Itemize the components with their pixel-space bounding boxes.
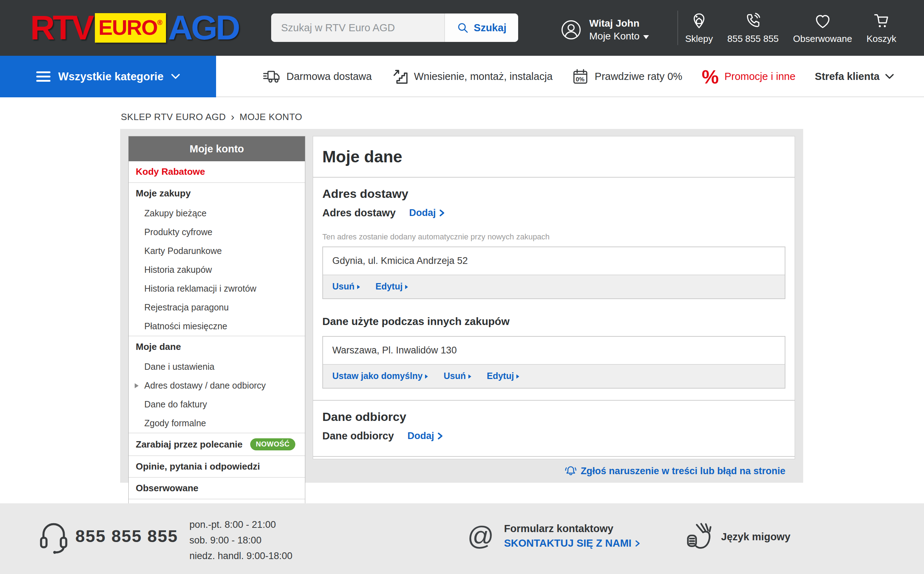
report-issue-link[interactable]: Zgłoś naruszenie w treści lub błąd na st… [564, 465, 785, 478]
arrow-right-icon [425, 374, 428, 378]
add-delivery-address-link[interactable]: Dodaj [409, 207, 445, 218]
chevron-down-icon [643, 35, 649, 39]
chevron-down-icon [171, 74, 180, 79]
sidebar-item-zakupy-biezace[interactable]: Zakupy bieżące [129, 204, 305, 223]
search-bar: Szukaj [271, 14, 518, 42]
all-categories-button[interactable]: Wszystkie kategorie [0, 56, 216, 97]
footer-phone-number[interactable]: 855 855 855 [75, 527, 178, 546]
sidebar-item-historia-zakupow[interactable]: Historia zakupów [129, 260, 305, 279]
footer-opening-hours: pon.-pt. 8:00 - 21:00 sob. 9:00 - 18:00 … [190, 517, 292, 564]
delivery-address-value: Gdynia, ul. Kmicica Andrzeja 52 [323, 247, 785, 274]
sidebar-item-dane-i-ustawienia[interactable]: Dane i ustawienia [129, 357, 305, 376]
chevron-right-icon [635, 540, 640, 547]
search-icon [456, 22, 469, 34]
headset-icon [37, 519, 70, 555]
sidebar-item-kody-rabatowe[interactable]: Kody Rabatowe [129, 161, 305, 182]
header-quick-links: Sklepy 855 855 855 Obserwowane [685, 0, 896, 56]
nav-items: Darmowa dostawa Wniesienie, montaż, inst… [262, 56, 894, 97]
sidebar-item-dane-do-faktury[interactable]: Dane do faktury [129, 395, 305, 414]
sidebar-title: Moje konto [129, 136, 305, 161]
rtv-euro-agd-logo[interactable]: RTV EURO® AGD [30, 8, 239, 47]
svg-text:0%: 0% [576, 76, 584, 83]
stores-link[interactable]: Sklepy [685, 12, 713, 44]
cart-label: Koszyk [866, 33, 896, 44]
hotline-link[interactable]: 855 855 855 [727, 12, 779, 44]
footer-contact: @ Formularz kontaktowy SKONTAKTUJ SIĘ Z … [468, 523, 640, 549]
nav-promotions-label: Promocje i inne [724, 71, 795, 82]
delete-address-link[interactable]: Usuń [332, 281, 360, 292]
add-recipient-link[interactable]: Dodaj [407, 430, 443, 442]
top-header: RTV EURO® AGD Szukaj Witaj John Moje [0, 0, 924, 56]
header-divider [678, 11, 678, 45]
footer-sign-language[interactable]: Język migowy [684, 522, 790, 552]
nav-customer-zone[interactable]: Strefa klienta [815, 71, 894, 82]
at-icon: @ [468, 523, 494, 549]
arrow-right-icon [357, 285, 360, 289]
breadcrumb-separator: › [231, 111, 235, 123]
arrow-right-icon [405, 285, 408, 289]
divider [313, 456, 794, 457]
sidebar-item-zarabiaj[interactable]: Zarabiaj przez polecanie NOWOŚĆ [129, 433, 305, 455]
phone-icon [744, 12, 762, 30]
search-button[interactable]: Szukaj [444, 14, 518, 42]
delivery-address-heading: Adres dostawy [322, 187, 785, 201]
bell-icon [564, 465, 577, 478]
sidebar-item-zgody-formalne[interactable]: Zgody formalne [129, 414, 305, 433]
main-nav: Wszystkie kategorie Darmowa dostawa [0, 56, 924, 97]
logo-agd: AGD [166, 8, 239, 47]
nav-installments[interactable]: 0% Prawdziwe raty 0% [572, 68, 682, 85]
sidebar-item-produkty-cyfrowe[interactable]: Produkty cyfrowe [129, 223, 305, 241]
all-categories-label: Wszystkie kategorie [58, 70, 163, 83]
watched-label: Obserwowane [793, 33, 852, 44]
set-default-link[interactable]: Ustaw jako domyślny [332, 371, 428, 381]
sign-language-icon [684, 522, 712, 552]
nav-carry-install-label: Wniesienie, montaż, instalacja [414, 71, 553, 82]
edit-address-link[interactable]: Edytuj [487, 371, 519, 381]
sidebar-item-karty-podarunkowe[interactable]: Karty Podarunkowe [129, 241, 305, 260]
contact-us-link[interactable]: SKONTAKTUJ SIĘ Z NAMI [504, 538, 640, 549]
calendar-0percent-icon: 0% [572, 68, 589, 85]
hours-saturday: sob. 9:00 - 18:00 [190, 533, 292, 548]
sidebar-item-obserwowane[interactable]: Obserwowane [129, 477, 305, 499]
other-address-card: Warszawa, Pl. Inwalidów 130 Ustaw jako d… [322, 336, 785, 389]
delete-address-link[interactable]: Usuń [444, 371, 471, 381]
nav-carry-install[interactable]: Wniesienie, montaż, instalacja [391, 68, 553, 85]
recipient-subheading: Dane odbiorcy [322, 430, 394, 442]
stairs-icon [391, 68, 408, 85]
nav-installments-label: Prawdziwe raty 0% [595, 71, 682, 82]
nav-free-delivery[interactable]: Darmowa dostawa [262, 69, 372, 85]
nav-promotions[interactable]: % Promocje i inne [701, 67, 795, 86]
content-wrapper: Moje konto Kody Rabatowe Moje zakupy Zak… [120, 129, 803, 483]
arrow-right-icon [516, 374, 519, 378]
percent-icon: % [701, 67, 719, 86]
search-button-label: Szukaj [474, 22, 506, 34]
breadcrumb-my-account: MOJE KONTO [240, 112, 302, 123]
logo-euro: EURO® [95, 13, 166, 43]
hamburger-icon [36, 71, 51, 82]
watched-link[interactable]: Obserwowane [793, 12, 852, 44]
user-avatar-icon [561, 19, 581, 40]
divider [313, 177, 794, 178]
breadcrumb-shop[interactable]: SKLEP RTV EURO AGD [121, 112, 226, 123]
sidebar-item-platnosci-miesieczne[interactable]: Płatności miesięczne [129, 317, 305, 336]
stores-label: Sklepy [685, 33, 713, 44]
nav-customer-zone-label: Strefa klienta [815, 71, 880, 82]
sidebar-item-adres-dostawy[interactable]: Adres dostawy / dane odbiorcy [129, 376, 305, 395]
sidebar-item-historia-reklamacji[interactable]: Historia reklamacji i zwrotów [129, 279, 305, 298]
account-menu[interactable]: Witaj John Moje Konto [561, 18, 649, 42]
account-link[interactable]: Moje Konto [589, 30, 649, 42]
account-greeting: Witaj John [589, 18, 649, 29]
new-badge: NOWOŚĆ [250, 438, 295, 450]
search-input[interactable] [271, 14, 444, 42]
page-title: Moje dane [322, 136, 785, 177]
cart-icon [872, 12, 891, 30]
sidebar-item-opinie[interactable]: Opinie, pytania i odpowiedzi [129, 455, 305, 477]
sidebar-item-moje-zakupy[interactable]: Moje zakupy [129, 182, 305, 204]
cart-link[interactable]: Koszyk [866, 12, 896, 44]
logo-rtv: RTV [30, 8, 95, 47]
breadcrumb: SKLEP RTV EURO AGD › MOJE KONTO [121, 111, 302, 123]
truck-icon [262, 69, 281, 85]
sidebar-item-rejestracja-paragonu[interactable]: Rejestracja paragonu [129, 298, 305, 317]
sidebar-item-moje-dane[interactable]: Moje dane [129, 336, 305, 357]
edit-address-link[interactable]: Edytuj [376, 281, 408, 292]
